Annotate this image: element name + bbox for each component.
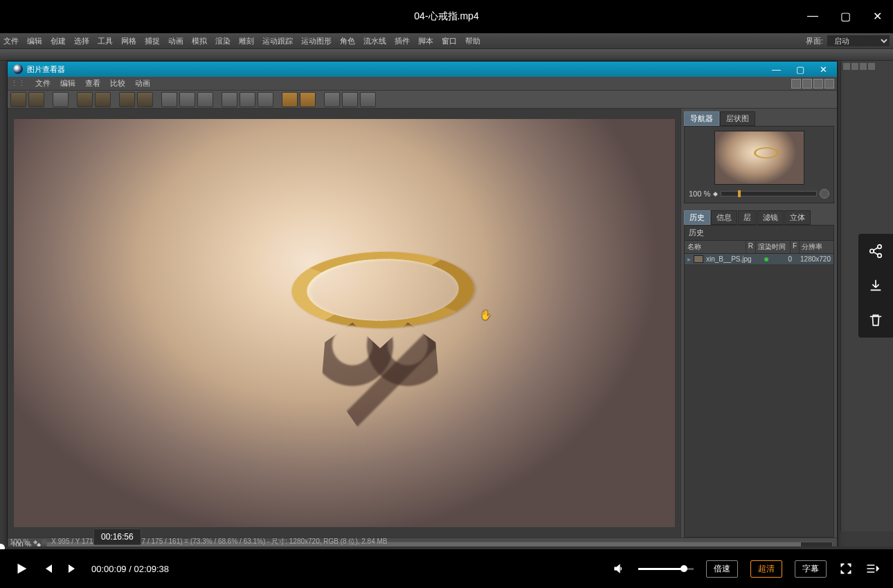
navigator-thumbnail[interactable] (714, 131, 804, 185)
svg-point-2 (878, 254, 882, 258)
col-res[interactable]: 分辨率 (799, 241, 833, 253)
pv-menu-edit[interactable]: 编辑 (60, 78, 75, 89)
pv-minimize-button[interactable]: — (768, 64, 785, 75)
lock-icon[interactable] (77, 92, 93, 107)
pv-titlebar[interactable]: 图片查看器 — ▢ ✕ (8, 62, 837, 77)
pv-close-button[interactable]: ✕ (815, 64, 831, 75)
zoom-step-icon[interactable]: ◆ (713, 190, 718, 197)
current-time: 00:00:09 (91, 564, 127, 574)
progress-tooltip: 00:16:56 (93, 529, 141, 545)
row-filename: xin_B__PS.jpg (706, 255, 761, 263)
ab-compare-icon[interactable] (222, 92, 237, 107)
menu-create[interactable]: 创建 (51, 36, 66, 46)
download-icon[interactable] (868, 278, 883, 293)
delete-icon[interactable] (868, 313, 883, 328)
menu-edit[interactable]: 编辑 (27, 36, 42, 46)
tab-history[interactable]: 历史 (684, 210, 710, 225)
home-icon[interactable] (851, 63, 858, 70)
rot-icon[interactable] (860, 63, 867, 70)
maximize-button[interactable]: ▢ (836, 8, 855, 24)
channel-c-icon[interactable] (197, 92, 213, 107)
col-f[interactable]: F (790, 241, 799, 253)
render-thumb-icon (694, 255, 703, 263)
prev-button[interactable] (42, 562, 54, 575)
tab-navigator[interactable]: 导航器 (684, 111, 719, 126)
fullscreen-button[interactable] (839, 562, 853, 576)
menu-pipeline[interactable]: 流水线 (363, 36, 386, 46)
menu-help[interactable]: 帮助 (465, 36, 480, 46)
histogram-icon[interactable] (53, 92, 69, 107)
channel-b-icon[interactable] (179, 92, 195, 107)
panel-icon[interactable] (802, 79, 812, 89)
menu-snap[interactable]: 捕捉 (145, 36, 160, 46)
zoom-slider[interactable] (721, 191, 817, 196)
pv-menu-animate[interactable]: 动画 (135, 78, 150, 89)
close-button[interactable]: ✕ (869, 8, 886, 24)
play-button[interactable] (14, 561, 29, 576)
save-icon[interactable] (28, 92, 44, 107)
menu-sculpt[interactable]: 雕刻 (239, 36, 254, 46)
play-icon[interactable] (324, 92, 340, 107)
tab-stereo[interactable]: 立体 (784, 210, 811, 225)
menu-select[interactable]: 选择 (74, 36, 89, 46)
pv-menu-view[interactable]: 查看 (85, 78, 100, 89)
quality-button[interactable]: 超清 (750, 560, 782, 578)
volume-button[interactable] (612, 562, 626, 576)
auto-icon[interactable] (137, 92, 153, 107)
panel-icon[interactable] (791, 79, 801, 89)
speed-button[interactable]: 倍速 (706, 560, 738, 578)
menu-script[interactable]: 脚本 (418, 36, 433, 46)
volume-slider[interactable] (638, 568, 694, 570)
grid-icon[interactable] (868, 63, 875, 70)
set-b-icon[interactable] (300, 92, 316, 107)
col-name[interactable]: 名称 (685, 241, 746, 253)
history-panel: 历史 名称 R 渲染时间 F 分辨率 ▸ xin_B__PS.jpg 0 (684, 225, 834, 538)
menu-file[interactable]: 文件 (3, 36, 19, 46)
next-button[interactable] (66, 562, 79, 575)
menu-tools[interactable]: 工具 (98, 36, 113, 46)
range-icon[interactable] (360, 92, 376, 107)
grip-icon[interactable]: ⋮⋮ (10, 79, 26, 88)
video-controls: 00:00:09 / 02:09:38 倍速 超清 字幕 (0, 549, 893, 588)
pv-menu-compare[interactable]: 比较 (110, 78, 125, 89)
col-r[interactable]: R (746, 241, 755, 253)
set-a-icon[interactable] (282, 92, 298, 107)
zoom-reset-icon[interactable] (820, 189, 829, 199)
menu-mesh[interactable]: 网格 (121, 36, 136, 46)
menu-mograph[interactable]: 运动图形 (301, 36, 332, 46)
swap-icon[interactable] (240, 92, 255, 107)
search-icon[interactable] (843, 63, 850, 70)
layout-select[interactable]: 启动 (827, 35, 890, 46)
minimize-button[interactable]: — (803, 8, 822, 24)
stop-icon[interactable] (95, 92, 111, 107)
fullscreen-icon[interactable] (119, 92, 135, 107)
window-controls: — ▢ ✕ (803, 8, 886, 24)
loop-icon[interactable] (342, 92, 358, 107)
menu-plugins[interactable]: 插件 (395, 36, 410, 46)
pv-menu-file[interactable]: 文件 (35, 78, 51, 89)
tab-layers[interactable]: 层状图 (720, 111, 755, 126)
render-preview[interactable]: ✋ (8, 109, 680, 538)
playlist-button[interactable] (865, 562, 879, 576)
tab-layer[interactable]: 层 (738, 210, 757, 225)
filter-icon[interactable] (258, 92, 273, 107)
menu-window[interactable]: 窗口 (442, 36, 457, 46)
tab-filter[interactable]: 滤镜 (757, 210, 784, 225)
folder-icon[interactable] (10, 92, 26, 107)
pv-maximize-button[interactable]: ▢ (792, 64, 809, 75)
tab-info[interactable]: 信息 (711, 210, 737, 225)
svg-point-0 (878, 245, 882, 249)
subtitle-button[interactable]: 字幕 (795, 560, 827, 578)
menu-simulate[interactable]: 模拟 (192, 36, 207, 46)
panel-icon[interactable] (813, 79, 823, 89)
menu-character[interactable]: 角色 (340, 36, 355, 46)
panel-icon[interactable] (824, 79, 834, 89)
menu-animate[interactable]: 动画 (168, 36, 183, 46)
channel-a-icon[interactable] (161, 92, 177, 107)
pv-toolbar (8, 91, 837, 109)
menu-render[interactable]: 渲染 (215, 36, 231, 46)
share-icon[interactable] (868, 244, 883, 259)
col-time[interactable]: 渲染时间 (755, 241, 790, 253)
menu-track[interactable]: 运动跟踪 (262, 36, 293, 46)
history-row[interactable]: ▸ xin_B__PS.jpg 0 1280x720 (685, 254, 833, 264)
